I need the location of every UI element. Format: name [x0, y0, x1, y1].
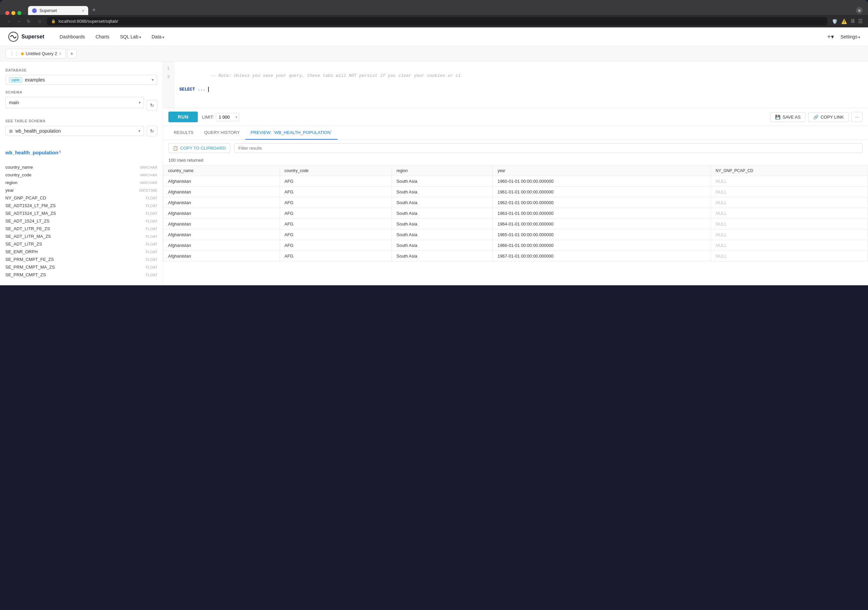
limit-wrapper: 1 000 5 000 10 000 ▾: [216, 113, 239, 121]
table-row: AfghanistanAFGSouth Asia1961-01-01 00:00…: [163, 187, 868, 197]
rows-returned: 100 rows returned: [163, 156, 868, 166]
table-cell: 1963-01-01 00:00:00.000000: [493, 208, 711, 219]
table-select[interactable]: ▦ wb_health_population ▾: [5, 126, 144, 136]
close-button[interactable]: [5, 11, 9, 15]
table-cell: Afghanistan: [163, 240, 280, 251]
copy-link-button[interactable]: 🔗 COPY LINK: [808, 112, 849, 122]
run-button[interactable]: RUN: [168, 111, 198, 122]
limit-control: LIMIT: 1 000 5 000 10 000 ▾: [202, 113, 239, 121]
brave-shield-icon[interactable]: 🛡️: [831, 18, 838, 25]
nav-sql-lab[interactable]: SQL Lab: [115, 31, 146, 42]
table-cell: 1961-01-01 00:00:00.000000: [493, 187, 711, 197]
data-table: country_namecountry_coderegionyearNY_GNP…: [163, 166, 868, 262]
column-type: FLOAT: [146, 273, 157, 277]
schema-refresh-button[interactable]: ↻: [147, 100, 157, 111]
back-button[interactable]: ←: [5, 17, 13, 25]
table-row: AfghanistanAFGSouth Asia1964-01-01 00:00…: [163, 219, 868, 229]
settings-button[interactable]: Settings: [841, 34, 860, 39]
database-section-label: DATABASE: [5, 68, 157, 72]
maximize-button[interactable]: [17, 11, 22, 15]
editor-content[interactable]: -- Note: Unless you save your query, the…: [174, 62, 868, 108]
editor-area[interactable]: 1 3 -- Note: Unless you save your query,…: [163, 62, 868, 108]
table-value: wb_health_population: [16, 128, 136, 134]
database-select[interactable]: sqlite examples ▾: [5, 75, 157, 85]
menu-icon[interactable]: ☰: [858, 18, 863, 25]
list-item: SE_PRM_CMPT_ZS FLOAT: [5, 271, 157, 279]
table-cell: NULL: [711, 240, 868, 251]
tab-title: Superset: [39, 8, 57, 13]
table-cell: AFG: [280, 197, 392, 208]
new-tab-button[interactable]: +: [90, 5, 99, 15]
add-button[interactable]: +▾: [825, 32, 837, 42]
query-tab-active[interactable]: ⋮⋮ Untitled Query 2 ×: [5, 49, 66, 59]
table-header-cell: region: [392, 166, 493, 176]
table-cell: NULL: [711, 187, 868, 197]
database-chevron-icon: ▾: [152, 77, 154, 82]
table-select-row: ▦ wb_health_population ▾ ↻: [5, 125, 157, 136]
add-query-tab-button[interactable]: +: [67, 49, 76, 59]
schema-select[interactable]: main: [5, 97, 144, 108]
bookmark-button[interactable]: ☆: [36, 17, 43, 25]
tab-favicon: [32, 8, 37, 13]
column-name: region: [5, 180, 17, 185]
table-cell: 1965-01-01 00:00:00.000000: [493, 229, 711, 240]
results-area: 📋 COPY TO CLIPBOARD 100 rows returned co…: [163, 140, 868, 285]
table-header-cell: country_name: [163, 166, 280, 176]
table-cell: South Asia: [392, 240, 493, 251]
filter-results-input[interactable]: [234, 143, 863, 153]
tab-preview[interactable]: PREVIEW: `WB_HEALTH_POPULATION`: [245, 126, 338, 139]
column-name: country_name: [5, 165, 33, 170]
column-type: FLOAT: [146, 265, 157, 269]
table-chevron-icon: ▾: [138, 129, 140, 133]
column-type: FLOAT: [146, 219, 157, 223]
app-name: Superset: [22, 34, 44, 40]
list-item: country_code VARCHAR: [5, 171, 157, 179]
table-cell: Afghanistan: [163, 187, 280, 197]
query-toolbar: RUN LIMIT: 1 000 5 000 10 000 ▾: [163, 108, 868, 126]
table-refresh-button[interactable]: ↻: [147, 125, 157, 136]
more-options-button[interactable]: ···: [851, 112, 863, 122]
table-cell: NULL: [711, 219, 868, 229]
list-item: SE_ADT_LITR_FE_ZS FLOAT: [5, 225, 157, 232]
traffic-lights: [5, 11, 22, 15]
right-panel: 1 3 -- Note: Unless you save your query,…: [163, 62, 868, 285]
column-type: VARCHAR: [140, 181, 157, 185]
minimize-button[interactable]: [11, 11, 16, 15]
logo-area: Superset: [8, 31, 44, 42]
address-bar[interactable]: 🔒 localhost:8088/superset/sqllab/: [47, 17, 827, 25]
app-window: Superset Dashboards Charts SQL Lab Data …: [0, 27, 868, 285]
list-item: SE_ADT_1524_LT_ZS FLOAT: [5, 217, 157, 225]
forward-button[interactable]: →: [16, 17, 23, 25]
main-nav: Dashboards Charts SQL Lab Data: [55, 31, 169, 42]
reload-button[interactable]: ↻: [25, 17, 32, 25]
column-type: FLOAT: [146, 234, 157, 238]
limit-select[interactable]: 1 000 5 000 10 000: [216, 113, 239, 121]
column-name: SE_ADT_LITR_MA_ZS: [5, 234, 51, 239]
collapse-table-button[interactable]: ∧: [58, 149, 62, 154]
extension-icon[interactable]: ⚠️: [841, 18, 847, 25]
cast-icon[interactable]: 🖥: [850, 18, 855, 25]
copy-to-clipboard-button[interactable]: 📋 COPY TO CLIPBOARD: [168, 143, 230, 153]
query-tab-close-icon[interactable]: ×: [59, 51, 62, 56]
tab-bar: Superset × + ⊕: [0, 0, 868, 15]
nav-dashboards[interactable]: Dashboards: [55, 31, 90, 42]
columns-list: country_name VARCHAR country_code VARCHA…: [5, 163, 157, 279]
active-tab[interactable]: Superset ×: [28, 6, 88, 15]
table-cell: AFG: [280, 187, 392, 197]
column-name: SE_ENR_ORPH: [5, 249, 38, 254]
nav-right: +▾ Settings: [825, 32, 860, 42]
table-cell: 1966-01-01 00:00:00.000000: [493, 240, 711, 251]
nav-data[interactable]: Data: [147, 31, 169, 42]
tab-close-icon[interactable]: ×: [82, 9, 84, 13]
tab-results[interactable]: RESULTS: [168, 126, 199, 139]
nav-charts[interactable]: Charts: [91, 31, 114, 42]
table-cell: Afghanistan: [163, 251, 280, 262]
tab-query-history[interactable]: QUERY HISTORY: [199, 126, 245, 139]
table-row: AfghanistanAFGSouth Asia1962-01-01 00:00…: [163, 197, 868, 208]
clipboard-icon: 📋: [173, 146, 178, 151]
table-cell: 1964-01-01 00:00:00.000000: [493, 219, 711, 229]
list-item: SE_ENR_ORPH FLOAT: [5, 248, 157, 255]
table-header-cell: year: [493, 166, 711, 176]
column-type: FLOAT: [146, 242, 157, 246]
save-as-button[interactable]: 💾 SAVE AS: [770, 112, 806, 122]
